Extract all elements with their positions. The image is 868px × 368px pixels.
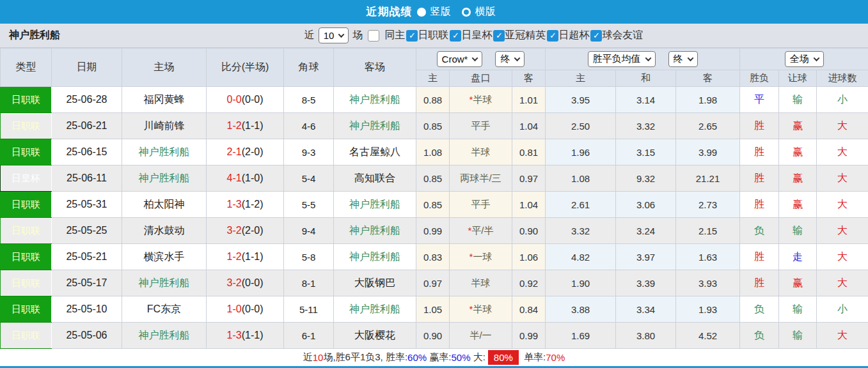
cell-avg-home: 1.08 xyxy=(546,165,616,192)
cell-avg-home: 1.69 xyxy=(546,323,616,349)
cell-away-team[interactable]: 神户胜利船 xyxy=(334,192,416,218)
radio-horizontal-label[interactable]: 横版 xyxy=(475,5,496,19)
league-label[interactable]: 亚冠精英 xyxy=(505,29,546,42)
cell-away-team[interactable]: 大阪樱花 xyxy=(334,323,416,349)
cell-result: 胜 xyxy=(740,139,779,165)
cell-away-team[interactable]: 名古屋鲸八 xyxy=(334,139,416,165)
cell-corners: 4-6 xyxy=(284,113,334,139)
table-row: 日职联 25-05-25 清水鼓动 3-2(2-0) 9-4 神户胜利船 0.9… xyxy=(1,218,868,244)
cell-away-team[interactable]: 大阪钢巴 xyxy=(334,270,416,296)
summary-bar: 近10场,胜6平1负3, 胜率:60% 赢率:50% 大:80% 单率:70% xyxy=(0,349,868,366)
cell-home-team[interactable]: 柏太阳神 xyxy=(122,192,207,218)
fulltime-score: 1-3 xyxy=(227,330,242,341)
summary-segment: 50% xyxy=(451,352,470,363)
cell-avg-away: 2.73 xyxy=(676,192,740,218)
cell-handicap: 半/一 xyxy=(450,323,512,349)
cell-goals-result: 大 xyxy=(817,113,868,139)
match-scope-select[interactable]: 全场 xyxy=(785,51,824,67)
cell-score: 0-0(0-0) xyxy=(207,87,284,113)
avg-odds-type-select[interactable]: 胜平负均值 xyxy=(588,51,656,67)
league-label[interactable]: 日皇杯 xyxy=(461,29,492,42)
league-checkbox[interactable] xyxy=(406,30,418,42)
cell-goals-result: 大 xyxy=(817,139,868,165)
cell-avg-home: 1.90 xyxy=(546,270,616,296)
subheader-avg-away: 客 xyxy=(676,70,740,87)
fulltime-score: 1-0 xyxy=(227,303,242,314)
match-scope-value: 全场 xyxy=(790,53,809,65)
cell-home-team[interactable]: 川崎前锋 xyxy=(122,113,207,139)
cell-avg-home: 3.32 xyxy=(546,218,616,244)
chevron-down-icon xyxy=(813,55,819,61)
avg-odds-type-value: 胜平负均值 xyxy=(593,53,641,65)
cell-avg-home: 3.95 xyxy=(546,87,616,113)
cell-avg-draw: 3.15 xyxy=(616,139,676,165)
league-label[interactable]: 球会友谊 xyxy=(602,29,643,42)
cell-home-team[interactable]: 横滨水手 xyxy=(122,244,207,270)
cell-handicap: 两球半/三 xyxy=(450,165,512,192)
league-label[interactable]: 日职联 xyxy=(418,29,448,42)
league-filter-item: 日皇杯 xyxy=(448,29,492,42)
header-corners: 角球 xyxy=(284,49,334,87)
cell-away-team[interactable]: 神户胜利船 xyxy=(334,244,416,270)
cell-odds-away: 0.84 xyxy=(512,296,546,323)
cell-home-team[interactable]: 清水鼓动 xyxy=(122,218,207,244)
league-checkbox[interactable] xyxy=(547,30,558,42)
cell-home-team[interactable]: 神户胜利船 xyxy=(122,165,207,192)
header-home: 主场 xyxy=(122,49,207,87)
same-home-label[interactable]: 同主 xyxy=(384,29,405,42)
avg-stage-select[interactable]: 终 xyxy=(668,51,698,67)
cell-handicap: *平/半 xyxy=(450,218,512,244)
handicap-text: 半球 xyxy=(473,94,492,105)
cell-away-team[interactable]: 高知联合 xyxy=(334,165,416,192)
league-label[interactable]: 日超杯 xyxy=(558,29,589,42)
cell-date: 25-05-31 xyxy=(52,192,122,218)
cell-home-team[interactable]: 神户胜利船 xyxy=(122,323,207,349)
summary-segment: 单率: xyxy=(521,351,546,364)
cell-avg-draw: 3.97 xyxy=(616,244,676,270)
radio-vertical-label[interactable]: 竖版 xyxy=(430,5,451,19)
cell-handicap-result: 赢 xyxy=(779,270,817,296)
cell-avg-draw: 3.80 xyxy=(616,323,676,349)
cell-away-team[interactable]: 神户胜利船 xyxy=(334,87,416,113)
cell-home-team[interactable]: 神户胜利船 xyxy=(122,139,207,165)
cell-handicap-result: 走 xyxy=(779,244,817,270)
cell-goals-result: 大 xyxy=(817,270,868,296)
fulltime-score: 1-2 xyxy=(227,120,242,131)
cell-home-team[interactable]: 神户胜利船 xyxy=(122,270,207,296)
filter-bar: 神户胜利船 近 10 场 同主 日职联 日皇杯 亚冠精英 日超杯 球会友谊 xyxy=(0,24,868,48)
league-filter-group: 日职联 日皇杯 亚冠精英 日超杯 球会友谊 xyxy=(405,29,643,42)
table-row: 日职联 25-05-17 神户胜利船 3-2(0-0) 8-1 大阪钢巴 0.9… xyxy=(1,270,868,296)
cell-away-team[interactable]: 神户胜利船 xyxy=(334,296,416,323)
league-checkbox[interactable] xyxy=(590,30,602,42)
cell-avg-home: 3.88 xyxy=(546,296,616,323)
cell-match-type: 日职联 xyxy=(1,270,52,296)
league-checkbox[interactable] xyxy=(493,30,505,42)
halftime-score: (2-0) xyxy=(242,146,264,157)
cell-goals-result: 小 xyxy=(817,87,868,113)
league-checkbox[interactable] xyxy=(450,30,461,42)
cell-handicap: 半球 xyxy=(450,270,512,296)
radio-vertical-layout[interactable] xyxy=(417,8,426,17)
cell-avg-draw: 3.34 xyxy=(616,296,676,323)
cell-avg-home: 2.50 xyxy=(546,113,616,139)
header-odds-group: Crow* 终 xyxy=(416,49,546,70)
cell-away-team[interactable]: 神户胜利船 xyxy=(334,218,416,244)
results-table: 类型 日期 主场 比分(半场) 角球 客场 Crow* 终 xyxy=(0,48,868,349)
cell-odds-home: 0.85 xyxy=(416,192,450,218)
cell-home-team[interactable]: 福冈黄蜂 xyxy=(122,87,207,113)
summary-segment: 大: xyxy=(471,351,485,364)
cell-odds-away: 0.92 xyxy=(512,270,546,296)
radio-horizontal-layout[interactable] xyxy=(462,8,471,17)
same-home-checkbox[interactable] xyxy=(368,30,379,42)
odds-company-select[interactable]: Crow* xyxy=(437,51,483,67)
cell-corners: 9-3 xyxy=(284,139,334,165)
cell-corners: 8-1 xyxy=(284,270,334,296)
cell-away-team[interactable]: 神户胜利船 xyxy=(334,113,416,139)
table-row: 日职联 25-05-06 神户胜利船 1-3(1-1) 6-1 大阪樱花 0.9… xyxy=(1,323,868,349)
cell-corners: 6-1 xyxy=(284,323,334,349)
league-filter-item: 球会友谊 xyxy=(589,29,643,42)
match-count-select[interactable]: 10 xyxy=(319,27,349,43)
cell-home-team[interactable]: FC东京 xyxy=(122,296,207,323)
cell-result: 胜 xyxy=(740,244,779,270)
odds-stage-select[interactable]: 终 xyxy=(495,51,525,67)
